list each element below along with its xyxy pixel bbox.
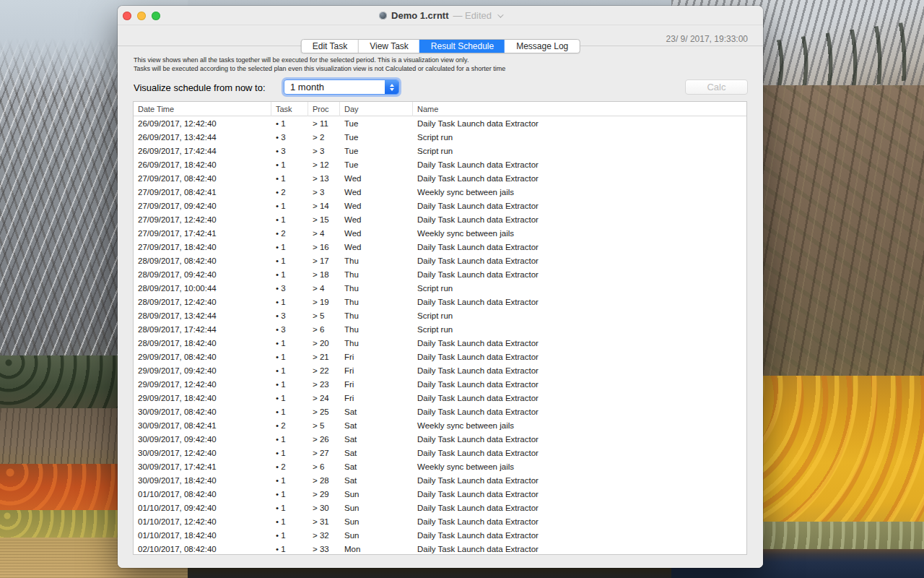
cell-task: • 1 (271, 160, 308, 169)
cell-day: Tue (340, 147, 413, 155)
cell-task: • 1 (271, 215, 308, 224)
column-header-task[interactable]: Task (271, 102, 308, 116)
table-row[interactable]: 26/09/2017, 18:42:40• 1> 12TueDaily Task… (134, 158, 746, 171)
column-header-name[interactable]: Name (413, 102, 746, 116)
tab-edit-task[interactable]: Edit Task (302, 40, 358, 53)
cell-task: • 1 (271, 449, 308, 457)
title-group: Demo 1.crntt — Edited (118, 6, 763, 25)
cell-task: • 1 (271, 119, 308, 128)
cell-date-time: 26/09/2017, 18:42:40 (134, 160, 271, 169)
table-row[interactable]: 26/09/2017, 17:42:44• 3> 3TueScript run (134, 144, 746, 158)
table-row[interactable]: 01/10/2017, 18:42:40• 1> 32SunDaily Task… (134, 528, 746, 542)
cell-date-time: 30/09/2017, 08:42:40 (134, 407, 271, 416)
table-row[interactable]: 28/09/2017, 18:42:40• 1> 20ThuDaily Task… (134, 336, 746, 350)
table-row[interactable]: 30/09/2017, 08:42:41• 2> 5SatWeekly sync… (134, 418, 746, 432)
table-row[interactable]: 30/09/2017, 18:42:40• 1> 28SatDaily Task… (134, 473, 746, 487)
cell-name: Daily Task Launch data Extractor (413, 531, 746, 540)
cell-date-time: 28/09/2017, 09:42:40 (134, 270, 271, 279)
cell-task: • 1 (271, 531, 308, 540)
cell-name: Daily Task Launch data Extractor (413, 270, 746, 279)
cell-name: Daily Task Launch data Extractor (413, 449, 746, 457)
cell-day: Sat (340, 435, 413, 444)
column-header-proc[interactable]: Proc (308, 102, 340, 116)
table-row[interactable]: 28/09/2017, 12:42:40• 1> 19ThuDaily Task… (134, 295, 746, 309)
table-row[interactable]: 28/09/2017, 17:42:44• 3> 6ThuScript run (134, 322, 746, 336)
cell-day: Sat (340, 449, 413, 457)
cell-date-time: 30/09/2017, 12:42:40 (134, 449, 271, 457)
table-row[interactable]: 01/10/2017, 09:42:40• 1> 30SunDaily Task… (134, 501, 746, 514)
cell-proc: > 22 (308, 366, 340, 375)
cell-name: Script run (413, 325, 746, 334)
cell-day: Sat (340, 407, 413, 416)
table-row[interactable]: 28/09/2017, 08:42:40• 1> 17ThuDaily Task… (134, 254, 746, 267)
table-row[interactable]: 29/09/2017, 12:42:40• 1> 23FriDaily Task… (134, 377, 746, 391)
table-row[interactable]: 30/09/2017, 09:42:40• 1> 26SatDaily Task… (134, 432, 746, 446)
table-row[interactable]: 27/09/2017, 09:42:40• 1> 14WedDaily Task… (134, 199, 746, 212)
table-row[interactable]: 02/10/2017, 08:42:40• 1> 33MonDaily Task… (134, 542, 746, 555)
table-row[interactable]: 29/09/2017, 09:42:40• 1> 22FriDaily Task… (134, 363, 746, 377)
table-row[interactable]: 01/10/2017, 12:42:40• 1> 31SunDaily Task… (134, 514, 746, 528)
tab-message-log[interactable]: Message Log (505, 40, 579, 53)
table-row[interactable]: 29/09/2017, 18:42:40• 1> 24FriDaily Task… (134, 391, 746, 405)
period-dropdown[interactable]: 1 month (284, 79, 399, 95)
cell-proc: > 3 (308, 147, 340, 155)
calc-button[interactable]: Calc (685, 79, 748, 95)
cell-date-time: 29/09/2017, 08:42:40 (134, 353, 271, 361)
cell-task: • 1 (271, 380, 308, 389)
cell-name: Daily Task Launch data Extractor (413, 394, 746, 402)
cell-name: Daily Task Launch data Extractor (413, 476, 746, 485)
cell-name: Script run (413, 147, 746, 155)
column-header-day[interactable]: Day (340, 102, 413, 116)
cell-name: Daily Task Launch data Extractor (413, 380, 746, 389)
table-row[interactable]: 28/09/2017, 09:42:40• 1> 18ThuDaily Task… (134, 267, 746, 281)
cell-proc: > 3 (308, 188, 340, 197)
table-row[interactable]: 26/09/2017, 12:42:40• 1> 11TueDaily Task… (134, 116, 746, 130)
cell-proc: > 14 (308, 202, 340, 210)
cell-date-time: 26/09/2017, 12:42:40 (134, 119, 271, 128)
cell-task: • 1 (271, 174, 308, 183)
cell-proc: > 29 (308, 490, 340, 499)
cell-proc: > 20 (308, 339, 340, 348)
cell-task: • 1 (271, 407, 308, 416)
cell-task: • 1 (271, 243, 308, 251)
cell-task: • 2 (271, 462, 308, 471)
table-row[interactable]: 27/09/2017, 18:42:40• 1> 16WedDaily Task… (134, 240, 746, 254)
schedule-table-header: Date Time Task Proc Day Name (134, 102, 746, 116)
tab-result-schedule[interactable]: Result Schedule (419, 40, 505, 53)
view-description-line2: Tasks will be executed according to the … (134, 65, 505, 74)
table-row[interactable]: 27/09/2017, 08:42:40• 1> 13WedDaily Task… (134, 171, 746, 185)
table-row[interactable]: 30/09/2017, 17:42:41• 2> 6SatWeekly sync… (134, 460, 746, 473)
table-row[interactable]: 28/09/2017, 13:42:44• 3> 5ThuScript run (134, 309, 746, 322)
table-row[interactable]: 30/09/2017, 12:42:40• 1> 27SatDaily Task… (134, 446, 746, 460)
cell-day: Wed (340, 188, 413, 197)
cell-task: • 1 (271, 298, 308, 306)
table-row[interactable]: 28/09/2017, 10:00:44• 3> 4ThuScript run (134, 281, 746, 295)
table-row[interactable]: 29/09/2017, 08:42:40• 1> 21FriDaily Task… (134, 350, 746, 363)
cell-day: Fri (340, 380, 413, 389)
title-bar[interactable]: Demo 1.crntt — Edited (118, 6, 763, 25)
cell-proc: > 13 (308, 174, 340, 183)
cell-date-time: 29/09/2017, 18:42:40 (134, 394, 271, 402)
edited-menu[interactable]: — Edited (453, 10, 491, 21)
cell-task: • 3 (271, 284, 308, 293)
chevron-down-icon[interactable] (497, 12, 503, 17)
table-row[interactable]: 26/09/2017, 13:42:44• 3> 2TueScript run (134, 130, 746, 144)
cell-proc: > 12 (308, 160, 340, 169)
cell-day: Fri (340, 366, 413, 375)
cell-day: Wed (340, 229, 413, 238)
cell-task: • 1 (271, 435, 308, 444)
table-row[interactable]: 01/10/2017, 08:42:40• 1> 29SunDaily Task… (134, 487, 746, 501)
cell-task: • 3 (271, 325, 308, 334)
tab-view-task[interactable]: View Task (358, 40, 419, 53)
schedule-table-body: 26/09/2017, 12:42:40• 1> 11TueDaily Task… (134, 116, 746, 555)
cell-name: Daily Task Launch data Extractor (413, 202, 746, 210)
cell-task: • 1 (271, 339, 308, 348)
table-row[interactable]: 27/09/2017, 17:42:41• 2> 4WedWeekly sync… (134, 226, 746, 240)
cell-day: Sat (340, 462, 413, 471)
column-header-date-time[interactable]: Date Time (134, 102, 271, 116)
table-row[interactable]: 27/09/2017, 08:42:41• 2> 3WedWeekly sync… (134, 185, 746, 199)
cell-name: Weekly sync between jails (413, 188, 746, 197)
table-row[interactable]: 27/09/2017, 12:42:40• 1> 15WedDaily Task… (134, 212, 746, 226)
table-row[interactable]: 30/09/2017, 08:42:40• 1> 25SatDaily Task… (134, 405, 746, 418)
cell-date-time: 27/09/2017, 18:42:40 (134, 243, 271, 251)
